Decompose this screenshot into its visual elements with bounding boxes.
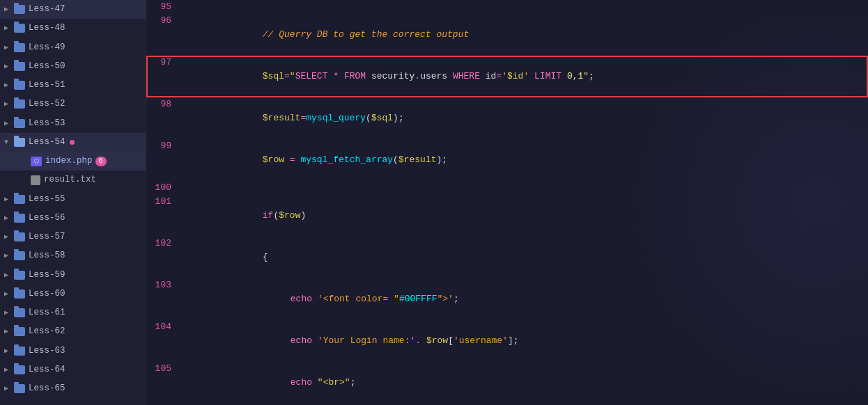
collapse-arrow: ▶	[4, 22, 14, 34]
collapse-arrow: ▶	[4, 269, 14, 281]
file-explorer[interactable]: ▶ Less-47 ▶ Less-48 ▶ Less-49 ▶ Less-50 …	[0, 0, 146, 405]
collapse-arrow: ▶	[4, 345, 14, 357]
sidebar-item-label: index.php	[45, 154, 93, 168]
sidebar-item-label: Less-56	[29, 211, 65, 225]
sidebar-item-less-62[interactable]: ▶ Less-62	[0, 322, 146, 341]
code-line-96: 96 // Querry DB to get the correct outpu…	[146, 14, 868, 56]
collapse-arrow: ▶	[4, 61, 14, 72]
sidebar-item-less-60[interactable]: ▶ Less-60	[0, 285, 146, 303]
sidebar-item-less-53[interactable]: ▶ Less-53	[0, 114, 146, 133]
folder-icon	[14, 271, 25, 280]
sidebar-item-less-57[interactable]: ▶ Less-57	[0, 228, 146, 246]
code-line-104: 104 echo 'Your Login name:'. $row['usern…	[146, 320, 868, 362]
line-number: 96	[146, 14, 181, 56]
folder-icon	[14, 62, 25, 71]
line-number: 97	[146, 56, 181, 97]
line-number: 105	[146, 362, 181, 404]
folder-icon	[14, 43, 25, 52]
sidebar-item-label: Less-62	[29, 324, 65, 339]
folder-icon	[14, 347, 25, 356]
sidebar-item-label: Less-57	[29, 230, 65, 244]
sidebar-item-label: Less-53	[29, 116, 65, 131]
collapse-arrow: ▶	[4, 307, 14, 319]
folder-icon	[14, 251, 25, 260]
code-line-100: 100	[146, 181, 868, 195]
collapse-arrow: ▼	[4, 136, 14, 148]
code-line-97: 97 $sql="SELECT * FROM security.users WH…	[146, 56, 868, 97]
sidebar-item-less-47[interactable]: ▶ Less-47	[0, 0, 146, 19]
sidebar-item-less-49[interactable]: ▶ Less-49	[0, 38, 146, 57]
code-content	[181, 0, 868, 14]
sidebar-item-less-65[interactable]: ▶ Less-65	[0, 379, 146, 398]
sidebar-item-index-php[interactable]: ▶ ⬡ index.php 6	[0, 152, 146, 170]
folder-icon	[14, 100, 25, 109]
collapse-arrow: ▶	[4, 326, 14, 338]
sidebar-item-label: Less-65	[29, 381, 65, 396]
code-line-105: 105 echo "<br>";	[146, 362, 868, 404]
code-line-98: 98 $result=mysql_query($sql);	[146, 97, 868, 139]
sidebar-item-label: Less-48	[29, 21, 65, 35]
sidebar-item-label: Less-58	[29, 248, 65, 263]
code-content: {	[181, 237, 868, 278]
collapse-arrow: ▶	[4, 118, 14, 129]
sidebar-item-label: Less-63	[29, 344, 65, 358]
sidebar-item-less-51[interactable]: ▶ Less-51	[0, 76, 146, 95]
code-content: echo '<font color= "#00FFFF">';	[181, 278, 868, 320]
folder-icon	[14, 308, 25, 317]
code-line-102: 102 {	[146, 237, 868, 278]
sidebar-item-less-48[interactable]: ▶ Less-48	[0, 19, 146, 38]
code-line-101: 101 if($row)	[146, 195, 868, 237]
collapse-arrow: ▶	[4, 3, 14, 15]
sidebar-item-less-54[interactable]: ▼ Less-54	[0, 133, 146, 152]
sidebar-item-less-59[interactable]: ▶ Less-59	[0, 266, 146, 285]
sidebar-item-result-txt[interactable]: ▶ result.txt	[0, 170, 146, 189]
folder-icon	[14, 214, 25, 223]
line-number: 103	[146, 278, 181, 320]
collapse-arrow: ▶	[4, 212, 14, 224]
sidebar-item-less-55[interactable]: ▶ Less-55	[0, 190, 146, 209]
folder-icon	[14, 138, 25, 147]
code-content: if($row)	[181, 195, 868, 237]
code-content: $row = mysql_fetch_array($result);	[181, 139, 868, 181]
sidebar-item-less-61[interactable]: ▶ Less-61	[0, 303, 146, 322]
collapse-arrow: ▶	[4, 250, 14, 262]
line-number: 101	[146, 195, 181, 237]
sidebar-item-label: Less-49	[29, 40, 65, 55]
folder-icon	[14, 5, 25, 14]
code-content: $sql="SELECT * FROM security.users WHERE…	[181, 56, 868, 97]
folder-icon	[14, 327, 25, 336]
sidebar-item-less-56[interactable]: ▶ Less-56	[0, 209, 146, 228]
sidebar-item-label: Less-59	[29, 268, 65, 283]
sidebar-item-label: Less-50	[29, 59, 65, 74]
collapse-arrow: ▶	[4, 231, 14, 243]
sidebar-item-label: Less-60	[29, 287, 65, 301]
collapse-arrow: ▶	[4, 98, 14, 110]
code-line-99: 99 $row = mysql_fetch_array($result);	[146, 139, 868, 181]
collapse-arrow: ▶	[4, 193, 14, 205]
modified-dot	[70, 140, 75, 145]
sidebar-item-less-52[interactable]: ▶ Less-52	[0, 95, 146, 113]
collapse-arrow: ▶	[4, 364, 14, 376]
sidebar-item-label: Less-64	[29, 363, 65, 377]
line-number: 104	[146, 320, 181, 362]
code-content	[181, 181, 868, 195]
collapse-arrow: ▶	[4, 79, 14, 91]
line-number: 95	[146, 0, 181, 14]
sidebar-item-less-50[interactable]: ▶ Less-50	[0, 57, 146, 76]
code-content: echo "<br>";	[181, 362, 868, 404]
line-number: 99	[146, 139, 181, 181]
folder-icon	[14, 81, 25, 90]
git-changes-badge: 6	[95, 157, 107, 166]
collapse-arrow: ▶	[4, 288, 14, 300]
code-content: // Querry DB to get the correct output	[181, 14, 868, 56]
line-number: 100	[146, 181, 181, 195]
code-line-103: 103 echo '<font color= "#00FFFF">';	[146, 278, 868, 320]
sidebar-item-less-63[interactable]: ▶ Less-63	[0, 342, 146, 360]
folder-icon	[14, 195, 25, 204]
sidebar-item-less-64[interactable]: ▶ Less-64	[0, 360, 146, 379]
sidebar-item-label: Less-55	[29, 192, 65, 207]
code-line-95: 95	[146, 0, 868, 14]
folder-icon	[14, 24, 25, 33]
folder-icon	[14, 365, 25, 374]
sidebar-item-less-58[interactable]: ▶ Less-58	[0, 246, 146, 265]
